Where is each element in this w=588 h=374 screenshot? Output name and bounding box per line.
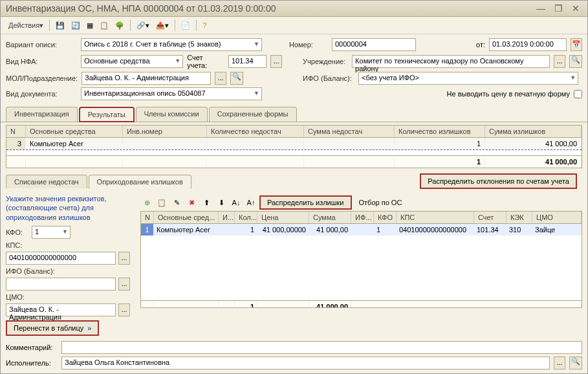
noprint-checkbox[interactable] [574,90,582,98]
results-grid: N Основные средства Инв.номер Количество… [6,125,582,168]
executor-search-icon[interactable]: 🔍 [569,357,582,369]
kps-label: КПС: [6,241,29,249]
subtab-writeoff[interactable]: Списание недостач [6,175,87,188]
titlebar: Инвентаризация ОС, НМА, НПА 00000004 от … [1,1,587,17]
copy-icon[interactable]: 📋 [97,20,111,31]
date-picker-icon[interactable]: 📅 [571,38,582,51]
ifo-label: ИФО (Баланс): [303,74,354,82]
down-icon[interactable]: ⬇ [215,196,228,209]
account-label: Счет учета: [187,54,224,69]
nfa-select[interactable]: Основные средства [81,55,183,68]
noprint-label: Не выводить цену в печатную форму [447,90,570,98]
variant-label: Вариант описи: [6,41,77,49]
ifo-select[interactable]: <без учета ИФО> [358,72,578,85]
delete-icon[interactable]: ✖ [185,196,198,209]
chevron-right-icon: » [87,324,91,332]
table-row[interactable]: 1 Компьютер Acer 1 41 000,00000 41 000,0… [141,224,582,236]
org-ellipsis[interactable]: ... [554,55,565,68]
up-icon[interactable]: ⬆ [200,196,213,209]
number-input[interactable]: 00000004 [332,38,416,51]
doc-label: Вид документа: [6,90,77,98]
grid-icon[interactable]: ▦ [84,20,96,31]
save-icon[interactable]: 💾 [53,20,67,31]
tab-inventory[interactable]: Инвентаризация [6,107,78,122]
account-ellipsis[interactable]: ... [270,55,282,68]
actions-menu[interactable]: Действия ▾ [6,20,46,31]
close-icon[interactable]: ✕ [569,3,582,14]
from-label: от: [476,41,485,49]
link-icon[interactable]: 🔗▾ [134,20,152,31]
copy-row-icon[interactable]: 📋 [155,196,168,209]
transfer-button[interactable]: Перенести в таблицу» [6,320,99,336]
mol-search-icon[interactable]: 🔍 [230,72,243,85]
kps-input[interactable]: 04010000000000000 [6,252,116,265]
tab-saved-forms[interactable]: Сохраненные формы [209,107,297,122]
mol-input[interactable]: Зайцева О. К. - Администрация [82,72,211,85]
refresh-icon[interactable]: 🔄 [69,20,83,31]
hint-text: Укажите значения реквизитов, (составляющ… [6,194,135,222]
cmo-label: ЦМО: [6,293,29,301]
org-input[interactable]: Комитет по техническому надзору по Осано… [352,55,550,68]
kfo-select[interactable]: 1 [32,226,71,239]
main-tabs: Инвентаризация Результаты Члены комиссии… [1,107,587,122]
comment-input[interactable] [61,341,582,354]
help-icon[interactable]: ? [200,20,209,30]
export-icon[interactable]: 📤▾ [153,20,171,31]
sort-asc-icon[interactable]: A↓ [230,196,243,209]
tab-commission[interactable]: Члены комиссии [136,107,208,122]
maximize-icon[interactable]: ❐ [552,3,565,14]
org-label: Учреждение: [303,58,348,65]
col-qty-over[interactable]: Количество излишков [395,126,485,137]
executor-label: Исполнитель: [6,359,58,367]
kps-ellipsis[interactable]: ... [118,252,130,265]
distribute-surplus-button[interactable]: Распределить излишки [259,195,352,210]
kfo-label: КФО: [6,228,29,236]
mol-ellipsis[interactable]: ... [215,72,226,85]
detail-grid: N Основные сред... И... Кол... Цена Сумм… [140,211,582,308]
list-icon[interactable]: 📄 [179,20,193,31]
ifo2-label: ИФО (Баланс): [6,267,58,275]
window-title: Инвентаризация ОС, НМА, НПА 00000004 от … [6,3,276,14]
tab-results[interactable]: Результаты [79,107,135,122]
col-inv[interactable]: Инв.номер [123,126,207,137]
number-label: Номер: [289,41,328,49]
col-n[interactable]: N [6,126,26,137]
account-input[interactable]: 101.34 [228,55,267,68]
col-qty-short[interactable]: Количество недостач [207,126,304,137]
subtab-surplus[interactable]: Оприходование излишков [89,175,191,189]
sort-desc-icon[interactable]: A↑ [245,196,257,209]
variant-select[interactable]: Опись с 2018 г. Счет в таблице (5 знаков… [81,38,262,51]
comment-label: Комментарий: [6,344,58,351]
mol-label: МОЛ/Подразделение: [6,74,78,82]
doc-select[interactable]: Инвентаризационная опись 0504087 [81,87,262,100]
cmo-ellipsis[interactable]: ... [118,303,130,316]
cmo-input[interactable]: Зайцева О. К. - Администрация [6,303,116,316]
main-toolbar: Действия ▾ 💾 🔄 ▦ 📋 🌳 🔗▾ 📤▾ 📄 ? [1,17,587,34]
col-assets[interactable]: Основные средства [26,126,123,137]
add-icon[interactable]: ⊕ [140,196,153,209]
ifo2-input[interactable] [6,278,116,291]
ifo2-ellipsis[interactable]: ... [118,278,130,291]
col-sum-short[interactable]: Сумма недостач [304,126,395,137]
filter-os-button[interactable]: Отбор по ОС [354,197,408,208]
distribute-accounts-button[interactable]: Распределить отклонения по счетам учета [420,173,577,189]
tree-icon[interactable]: 🌳 [113,20,127,31]
edit-icon[interactable]: ✎ [170,196,183,209]
executor-ellipsis[interactable]: ... [554,357,565,369]
col-sum-over[interactable]: Сумма излишков [485,126,582,137]
date-input[interactable]: 01.03.2019 0:00:00 [489,38,567,51]
nfa-label: Вид НФА: [6,58,77,65]
org-search-icon[interactable]: 🔍 [569,55,582,68]
table-row[interactable]: 3 Компьютер Acer 1 41 000,00 [6,138,582,150]
executor-input[interactable]: Зайцева Ольга Константиновна [61,357,550,369]
minimize-icon[interactable]: — [534,3,548,14]
